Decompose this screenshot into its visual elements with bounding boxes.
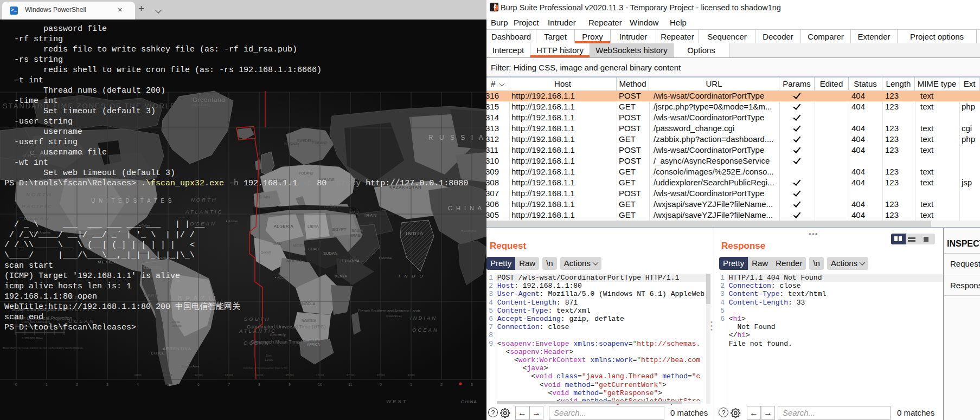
svg-text:2: 2 bbox=[440, 383, 443, 386]
svg-text:7: 7 bbox=[228, 383, 230, 386]
svg-text:0: 0 bbox=[15, 383, 17, 386]
svg-text:1: 1 bbox=[46, 383, 48, 386]
svg-text:3: 3 bbox=[106, 383, 108, 386]
svg-text:0 300 600 Miles: 0 300 600 Miles bbox=[22, 337, 43, 340]
svg-text:CHINA: CHINA bbox=[461, 399, 477, 404]
svg-text:WEST: WEST bbox=[386, 398, 407, 404]
svg-text:Sun: Sun bbox=[266, 354, 272, 357]
svg-text:1: 1 bbox=[410, 383, 412, 386]
svg-text:11: 11 bbox=[348, 383, 352, 386]
svg-text:14:00: 14:00 bbox=[255, 373, 264, 377]
svg-text:formerly: formerly bbox=[270, 332, 286, 337]
svg-text:17:00: 17:00 bbox=[346, 373, 355, 377]
svg-text:Buenos Aires: Buenos Aires bbox=[182, 365, 200, 368]
svg-text:3: 3 bbox=[471, 383, 473, 386]
svg-text:4: 4 bbox=[137, 383, 139, 386]
svg-text:11:00: 11:00 bbox=[164, 373, 172, 377]
svg-text:0: 0 bbox=[380, 383, 382, 386]
svg-text:2: 2 bbox=[76, 383, 78, 386]
svg-text:15:00: 15:00 bbox=[285, 373, 294, 377]
svg-text:13:00: 13:00 bbox=[225, 373, 233, 377]
svg-text:6: 6 bbox=[197, 383, 200, 386]
svg-text:9: 9 bbox=[289, 383, 291, 386]
svg-text:16:00: 16:00 bbox=[316, 373, 324, 377]
svg-text:ARGENTINA: ARGENTINA bbox=[163, 346, 191, 351]
svg-text:12:00: 12:00 bbox=[265, 358, 273, 361]
svg-text:Boundary representation is not: Boundary representation is not necessari… bbox=[3, 346, 84, 350]
svg-text:5: 5 bbox=[167, 383, 169, 386]
svg-text:18:00: 18:00 bbox=[376, 373, 385, 377]
svg-text:number of hours earlier than U: number of hours earlier than UTC bbox=[243, 366, 287, 370]
svg-text:Greenwich Mean Time (GMT): Greenwich Mean Time (GMT) bbox=[251, 339, 315, 345]
svg-text:12:00: 12:00 bbox=[194, 373, 203, 377]
svg-text:8: 8 bbox=[258, 383, 260, 386]
svg-text:CHILE: CHILE bbox=[151, 351, 165, 356]
svg-text:10: 10 bbox=[318, 383, 322, 386]
svg-text:1000: 1000 bbox=[134, 373, 142, 377]
svg-text:1000: 1000 bbox=[407, 373, 415, 377]
